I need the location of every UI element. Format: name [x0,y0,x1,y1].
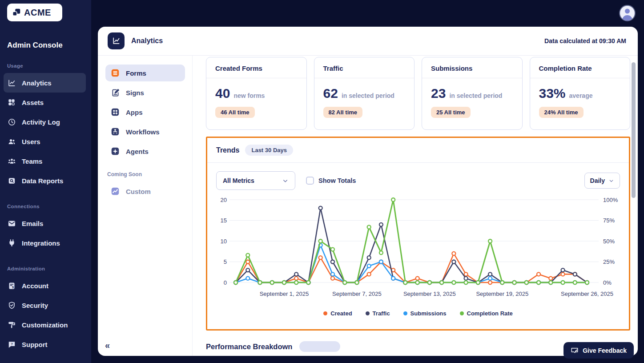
give-feedback-button[interactable]: Give Feedback [564,342,634,359]
sidebar-item-label: Users [22,138,40,145]
sidebar: ACME Admin Console Usage Analytics Asset… [0,0,91,363]
subnav-item-label: Apps [126,109,143,116]
analytics-icon [7,78,16,87]
sidebar-item-security[interactable]: Security [4,295,86,315]
feedback-icon [571,347,579,355]
legend-item[interactable]: Submissions [403,310,447,317]
users-icon [7,137,16,146]
subnav-item-forms[interactable]: Forms [105,65,185,81]
sidebar-item-label: Emails [22,220,43,227]
legend-item[interactable]: Completion Rate [460,310,513,317]
section-label-administration: Administration [7,266,91,271]
billing-icon: $ [7,281,16,290]
svg-text:September 1, 2025: September 1, 2025 [260,290,309,297]
legend-item[interactable]: Created [323,310,352,317]
legend-dot [460,311,464,315]
all-time-badge: 46 All time [215,107,255,118]
stat-title: Traffic [314,57,415,78]
analytics-content: Created Forms 40new forms 46 All time Tr… [193,56,638,356]
stat-unit: average [569,92,593,99]
legend-item[interactable]: Traffic [366,310,390,317]
sidebar-item-activity-log[interactable]: Activity Log [4,112,86,132]
sidebar-item-label: Assets [22,99,44,106]
svg-text:25%: 25% [603,258,615,265]
sidebar-item-analytics[interactable]: Analytics [4,73,86,93]
sidebar-item-label: Activity Log [22,118,60,126]
panel-header: Analytics Data calculated at 09:30 AM [98,27,638,56]
svg-text:0%: 0% [603,279,612,286]
stat-value: 40 [215,86,230,101]
user-avatar[interactable] [619,5,636,21]
subnav-item-custom[interactable]: Custom [105,183,185,200]
sidebar-item-integrations[interactable]: Integrations [4,233,86,253]
subnav-item-agents[interactable]: Agents [105,143,185,160]
subnav-item-label: Agents [126,148,149,155]
sidebar-item-teams[interactable]: Teams [4,151,86,171]
trends-header: Trends Last 30 Days [207,138,629,163]
stat-title: Completion Rate [530,57,630,78]
show-totals-label: Show Totals [318,177,356,184]
svg-text:5: 5 [224,258,227,265]
acme-logo[interactable]: ACME [7,4,62,21]
stat-unit: in selected period [449,92,502,99]
sidebar-item-assets[interactable]: Assets [4,93,86,112]
subnav-item-signs[interactable]: Signs [105,84,185,101]
show-totals-toggle[interactable]: Show Totals [306,177,356,185]
svg-text:September 7, 2025: September 7, 2025 [332,290,382,297]
assets-icon [7,98,16,107]
email-icon [7,219,16,228]
legend-dot [366,311,370,315]
interval-select[interactable]: Daily [584,173,620,189]
help-chat-icon: ? [7,340,16,349]
coming-soon-label: Coming Soon [107,171,185,177]
sidebar-item-label: Customization [22,321,68,329]
sidebar-item-label: Analytics [22,79,52,87]
collapse-sidebar-button[interactable]: « [105,340,110,351]
metrics-select[interactable]: All Metrics [216,171,295,190]
stat-title: Submissions [422,57,522,78]
vertical-scrollbar-thumb[interactable] [632,62,636,198]
stat-unit: new forms [233,92,265,99]
all-time-badge: 25 All time [431,107,471,118]
data-reports-icon [7,176,16,185]
paint-roller-icon [7,320,16,329]
stat-card-completion-rate: Completion Rate 33%average 24% All time [530,57,631,130]
stat-unit: in selected period [342,92,394,99]
agents-icon [110,146,120,156]
legend-dot [323,311,327,315]
svg-text:20: 20 [221,197,227,203]
subnav-item-apps[interactable]: Apps [105,104,185,121]
sidebar-item-label: Integrations [22,239,60,247]
stat-value: 23 [431,86,446,101]
svg-text:$: $ [12,285,14,289]
sidebar-item-emails[interactable]: Emails [4,214,86,233]
show-totals-checkbox[interactable] [306,177,314,185]
trends-title: Trends [216,146,239,154]
interval-select-value: Daily [590,177,605,184]
svg-text:September 26, 2025: September 26, 2025 [561,290,613,297]
sidebar-item-data-reports[interactable]: Data Reports [4,171,86,190]
sidebar-item-label: Account [22,282,48,290]
legend-dot [403,311,407,315]
performance-breakdown-title: Performance Breakdown [206,343,292,351]
subnav-item-workflows[interactable]: Workflows [105,123,185,140]
stat-card-submissions: Submissions 23in selected period 25 All … [422,57,523,130]
page-title: Analytics [131,37,163,45]
sidebar-item-users[interactable]: Users [4,132,86,151]
workflows-icon [110,127,120,137]
legend-label: Created [330,310,352,317]
data-calculated-status: Data calculated at 09:30 AM [544,37,626,44]
sidebar-item-label: Support [22,341,48,348]
svg-text:10: 10 [221,238,227,245]
trends-chart: 00%525%1050%1575%20100%September 1, 2025… [213,195,626,307]
svg-text:100%: 100% [603,197,618,203]
sidebar-item-customization[interactable]: Customization [4,315,86,335]
trends-chart-area: 00%525%1050%1575%20100%September 1, 2025… [207,194,629,307]
svg-text:September 19, 2025: September 19, 2025 [476,290,528,297]
signs-icon [110,88,120,97]
sidebar-item-support[interactable]: ? Support [4,335,86,354]
sidebar-item-account[interactable]: $ Account [4,276,86,295]
trends-controls: All Metrics Show Totals Daily [207,163,629,194]
chart-legend: CreatedTrafficSubmissionsCompletion Rate [207,310,629,329]
stat-title: Created Forms [206,57,306,78]
